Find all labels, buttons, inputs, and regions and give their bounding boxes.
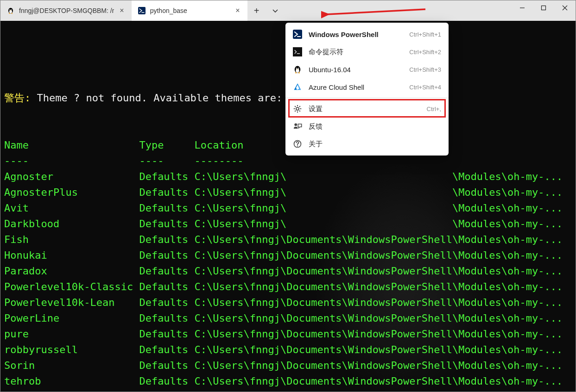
gear-icon [293, 104, 302, 113]
svg-line-23 [299, 111, 300, 112]
dropdown-item-shortcut: Ctrl+, [427, 106, 441, 112]
profiles-dropdown-button[interactable] [266, 0, 285, 21]
dropdown-item-shortcut: Ctrl+Shift+3 [409, 66, 441, 73]
svg-point-5 [11, 10, 12, 10]
help-icon [293, 139, 302, 149]
dropdown-item-profile[interactable]: Azure Cloud ShellCtrl+Shift+4 [285, 78, 449, 96]
windows-terminal-window: fnngj@DESKTOP-SMGQBBM: /r×python_base× + [0, 0, 576, 392]
svg-point-16 [298, 68, 299, 68]
maximize-icon [541, 5, 546, 11]
tab-title: python_base [150, 7, 230, 14]
new-tab-button[interactable]: + [247, 0, 266, 21]
dropdown-item-action[interactable]: 反馈 [285, 118, 449, 135]
dropdown-item-profile[interactable]: Windows PowerShellCtrl+Shift+1 [285, 25, 449, 43]
minimize-icon [519, 5, 525, 11]
close-icon [562, 5, 568, 11]
profiles-dropdown-menu: Windows PowerShellCtrl+Shift+1命令提示符Ctrl+… [285, 23, 449, 156]
svg-point-17 [296, 107, 299, 110]
svg-point-4 [10, 10, 10, 10]
svg-rect-10 [293, 47, 302, 56]
tab-0[interactable]: fnngj@DESKTOP-SMGQBBM: /r× [0, 0, 132, 21]
titlebar: fnngj@DESKTOP-SMGQBBM: /r×python_base× + [0, 0, 576, 21]
tab-strip: fnngj@DESKTOP-SMGQBBM: /r×python_base× [0, 0, 247, 21]
dropdown-item-profile[interactable]: 命令提示符Ctrl+Shift+2 [285, 43, 449, 61]
ps-icon [138, 7, 146, 14]
dropdown-item-label: Ubuntu-16.04 [309, 66, 403, 74]
dropdown-item-label: 关于 [309, 140, 435, 149]
titlebar-actions: + [247, 0, 285, 21]
svg-line-22 [295, 106, 296, 107]
svg-point-26 [294, 123, 297, 126]
dropdown-separator [285, 98, 449, 98]
tux-icon [7, 7, 14, 14]
minimize-button[interactable] [512, 0, 533, 15]
dropdown-item-profile[interactable]: Ubuntu-16.04Ctrl+Shift+3 [285, 61, 449, 78]
feedback-icon [293, 122, 302, 131]
dropdown-item-label: 命令提示符 [309, 48, 403, 56]
svg-point-1 [9, 10, 12, 13]
dropdown-item-label: 设置 [309, 105, 420, 113]
azure-icon [293, 82, 302, 92]
tab-title: fnngj@DESKTOP-SMGQBBM: /r [19, 7, 114, 14]
tab-close-button[interactable]: × [234, 6, 241, 15]
window-controls [512, 0, 576, 21]
svg-rect-7 [542, 6, 546, 10]
dropdown-item-shortcut: Ctrl+Shift+2 [409, 49, 441, 56]
tux-icon [293, 65, 302, 74]
dropdown-item-shortcut: Ctrl+Shift+4 [409, 84, 441, 91]
maximize-button[interactable] [533, 0, 554, 15]
close-window-button[interactable] [554, 0, 576, 15]
tab-close-button[interactable]: × [119, 6, 125, 15]
svg-point-15 [296, 68, 297, 68]
dropdown-item-label: Windows PowerShell [309, 31, 403, 38]
tab-1[interactable]: python_base× [132, 0, 247, 21]
dropdown-item-label: 反馈 [309, 122, 435, 131]
dropdown-item-shortcut: Ctrl+Shift+1 [409, 31, 441, 38]
dropdown-item-action[interactable]: 设置Ctrl+, [285, 100, 449, 118]
svg-point-28 [297, 145, 298, 146]
dropdown-item-action[interactable]: 关于 [285, 135, 449, 153]
dropdown-item-label: Azure Cloud Shell [309, 83, 403, 91]
svg-point-12 [296, 68, 299, 73]
chevron-down-icon [272, 7, 279, 14]
svg-line-25 [299, 106, 300, 107]
cmd-icon [293, 47, 302, 56]
svg-line-24 [295, 111, 296, 112]
ps-icon [293, 30, 302, 39]
